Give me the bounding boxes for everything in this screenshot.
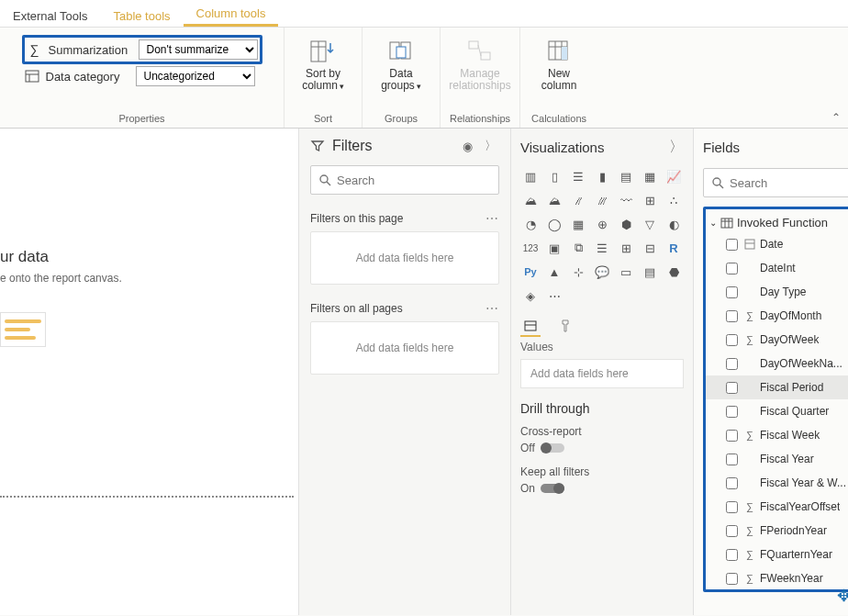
hundred-column-icon[interactable]: ▦: [640, 166, 660, 186]
stacked-bar-icon[interactable]: ▥: [520, 166, 541, 186]
ribbon-chart-icon[interactable]: 〰: [616, 190, 636, 210]
field-row[interactable]: Fiscal Quarter: [706, 399, 848, 423]
filled-map-icon[interactable]: ⬢: [616, 214, 636, 234]
py-visual-icon[interactable]: Py: [520, 262, 541, 282]
new-column-button[interactable]: Newcolumn: [530, 31, 588, 92]
filters-all-dropzone[interactable]: Add data fields here: [310, 321, 499, 375]
table-node[interactable]: ⌄ Invoked Function: [706, 213, 848, 232]
table-icon[interactable]: ⊞: [616, 238, 636, 258]
stacked-column-icon[interactable]: ▯: [544, 166, 564, 186]
field-row[interactable]: Fiscal Year: [706, 447, 848, 471]
field-checkbox[interactable]: [726, 406, 738, 418]
field-row[interactable]: Fiscal Year & W...: [706, 471, 848, 495]
funnel-icon[interactable]: ▽: [640, 214, 660, 234]
clustered-bar-icon[interactable]: ☰: [568, 166, 588, 186]
scatter-icon[interactable]: ∴: [664, 190, 684, 210]
tab-external-tools[interactable]: External Tools: [0, 4, 100, 27]
waterfall-icon[interactable]: ⊞: [640, 190, 660, 210]
fields-tab-icon[interactable]: [520, 317, 541, 337]
field-checkbox[interactable]: [726, 263, 738, 274]
area-chart-icon[interactable]: ⛰: [520, 190, 541, 210]
filters-search[interactable]: [310, 165, 499, 195]
r-visual-icon[interactable]: R: [664, 238, 684, 258]
cross-report-toggle[interactable]: [541, 443, 564, 453]
field-checkbox[interactable]: [726, 573, 738, 585]
field-row[interactable]: Day Type: [706, 280, 848, 304]
field-checkbox[interactable]: [726, 501, 738, 513]
matrix-icon[interactable]: ⊟: [640, 238, 660, 258]
field-row[interactable]: DayOfWeekNa...: [706, 352, 848, 375]
field-checkbox[interactable]: [726, 334, 738, 346]
pie-chart-icon[interactable]: ◔: [520, 214, 541, 234]
tab-column-tools[interactable]: Column tools: [184, 1, 279, 27]
clustered-column-icon[interactable]: ▮: [592, 166, 612, 186]
decomposition-icon[interactable]: ⊹: [568, 262, 588, 282]
data-groups-button[interactable]: Datagroups▾: [372, 31, 430, 92]
powerapps-icon[interactable]: ◈: [520, 286, 541, 306]
field-row[interactable]: ∑FiscalYearOffset: [706, 495, 848, 519]
format-tab-icon[interactable]: [555, 317, 575, 337]
field-row[interactable]: ∑FWeeknYear: [706, 566, 848, 590]
datacategory-select[interactable]: Uncategorized: [136, 66, 255, 86]
fields-search-input[interactable]: [730, 176, 848, 190]
blank-icon: [743, 286, 756, 297]
field-checkbox[interactable]: [726, 239, 738, 251]
fields-pane: Fields 〉 ⌄ Invoked Function Date DateInt…: [693, 129, 848, 615]
field-checkbox[interactable]: [726, 430, 738, 442]
summarization-select[interactable]: Don't summarize: [139, 39, 258, 60]
field-row[interactable]: Fiscal Period: [706, 375, 848, 399]
filters-page-more-icon[interactable]: ⋯: [485, 211, 499, 226]
field-row[interactable]: ∑FPeriodnYear: [706, 519, 848, 543]
more-visuals-icon[interactable]: ⋯: [544, 286, 564, 306]
paginated-icon[interactable]: ▤: [640, 262, 660, 282]
field-row[interactable]: DateInt: [706, 256, 848, 280]
field-checkbox[interactable]: [726, 310, 738, 322]
kpi-icon[interactable]: ⧉: [568, 238, 588, 258]
line-stacked-icon[interactable]: ⫽: [568, 190, 588, 210]
field-row[interactable]: IsAfterToday: [706, 590, 848, 592]
field-checkbox[interactable]: [726, 382, 738, 394]
filters-search-input[interactable]: [337, 174, 491, 187]
filters-all-more-icon[interactable]: ⋯: [485, 301, 499, 316]
field-row[interactable]: ∑DayOfMonth: [706, 304, 848, 328]
qa-icon[interactable]: 💬: [592, 262, 612, 282]
field-name: Fiscal Quarter: [760, 405, 829, 418]
narrative-icon[interactable]: ▭: [616, 262, 636, 282]
field-checkbox[interactable]: [726, 477, 738, 489]
collapse-ribbon-icon[interactable]: ⌃: [831, 111, 841, 124]
field-row[interactable]: ∑FQuarternYear: [706, 543, 848, 566]
manage-relationships-button[interactable]: Managerelationships: [451, 31, 509, 92]
field-checkbox[interactable]: [726, 454, 738, 465]
show-hide-icon[interactable]: ◉: [463, 140, 477, 153]
map-icon[interactable]: ⊕: [592, 214, 612, 234]
gauge-icon[interactable]: ◐: [664, 214, 684, 234]
field-row[interactable]: ∑DayOfWeek: [706, 328, 848, 352]
field-checkbox[interactable]: [726, 549, 738, 561]
multi-card-icon[interactable]: ▣: [544, 238, 564, 258]
slicer-icon[interactable]: ☰: [592, 238, 612, 258]
field-row[interactable]: Date: [706, 232, 848, 256]
tab-table-tools[interactable]: Table tools: [100, 4, 183, 27]
values-dropzone[interactable]: Add data fields here: [520, 359, 684, 388]
arcgis-icon[interactable]: ⬣: [664, 262, 684, 282]
line-chart-icon[interactable]: 📈: [664, 166, 684, 186]
expand-filters-icon[interactable]: 〉: [485, 138, 499, 154]
key-influencers-icon[interactable]: ▲: [544, 262, 564, 282]
treemap-icon[interactable]: ▦: [568, 214, 588, 234]
stacked-area-icon[interactable]: ⛰: [544, 190, 564, 210]
field-row[interactable]: ∑Fiscal Week: [706, 423, 848, 447]
line-clustered-icon[interactable]: ⫻: [592, 190, 612, 210]
card-icon[interactable]: 123: [520, 238, 541, 258]
filters-page-dropzone[interactable]: Add data fields here: [310, 231, 499, 285]
report-canvas[interactable]: ur data e onto the report canvas.: [0, 129, 298, 615]
field-checkbox[interactable]: [726, 525, 738, 537]
sort-by-column-button[interactable]: Sort bycolumn▾: [294, 31, 352, 92]
hundred-bar-icon[interactable]: ▤: [616, 166, 636, 186]
fields-search[interactable]: [703, 168, 848, 197]
table-name: Invoked Function: [737, 216, 828, 230]
field-checkbox[interactable]: [726, 358, 738, 370]
keep-filters-toggle[interactable]: [541, 484, 564, 493]
field-checkbox[interactable]: [726, 286, 738, 298]
collapse-viz-icon[interactable]: 〉: [669, 138, 684, 157]
donut-chart-icon[interactable]: ◯: [544, 214, 564, 234]
